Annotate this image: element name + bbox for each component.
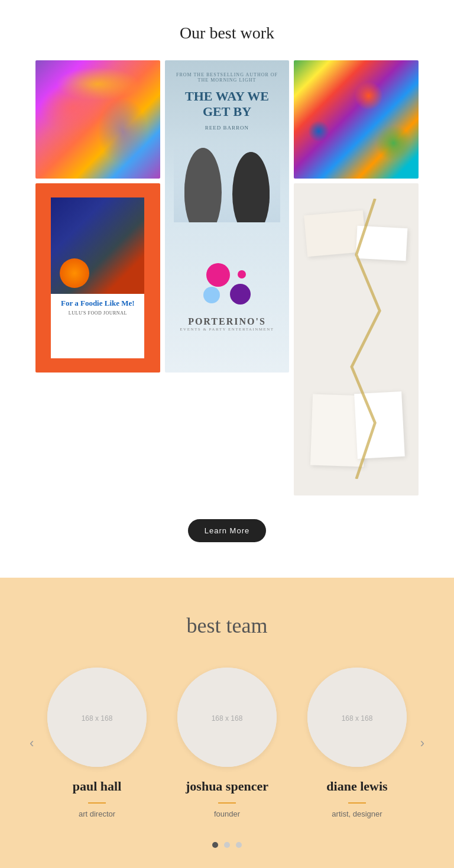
- svg-text:168 x 168: 168 x 168: [82, 714, 113, 723]
- book-people-illustration: [174, 140, 281, 222]
- book-title: THE WAY WE GET BY: [174, 89, 281, 120]
- team-member-joshua-spencer: 168 x 168 joshua spencer founder: [174, 668, 280, 818]
- porterino-sub: EVENTS & PARTY ENTERTAINMENT: [180, 327, 274, 332]
- dot-purple: [230, 284, 251, 305]
- gallery-item-food: For a Foodie Like Me! LULU'S FOOD JOURNA…: [35, 183, 160, 373]
- team-carousel-dots: [18, 842, 436, 848]
- member-role-joshua: founder: [214, 809, 240, 818]
- svg-text:168 x 168: 168 x 168: [212, 714, 243, 723]
- team-member-diane-lewis: 168 x 168 diane lewis artist, designer: [304, 668, 410, 818]
- avatar-placeholder-svg-2: 168 x 168: [177, 668, 277, 767]
- stationery-card-2: [356, 226, 408, 261]
- dot-blue: [203, 287, 220, 303]
- paint-image: [35, 60, 160, 179]
- food-caption-sub: LULU'S FOOD JOURNAL: [56, 310, 140, 316]
- member-name-diane: diane lewis: [326, 779, 387, 794]
- gallery-item-stationery: [294, 183, 419, 495]
- member-name-paul: paul hall: [73, 779, 122, 794]
- gallery-item-art: [294, 60, 419, 179]
- food-caption: For a Foodie Like Me! LULU'S FOOD JOURNA…: [51, 294, 144, 320]
- team-members: 168 x 168 paul hall art director 168 x 1…: [44, 668, 410, 818]
- best-work-title: Our best work: [35, 24, 419, 43]
- stationery-image: [294, 183, 419, 495]
- food-journal-inner: For a Foodie Like Me! LULU'S FOOD JOURNA…: [51, 197, 144, 358]
- book-author: REED BARRON: [205, 125, 249, 131]
- food-photo: [51, 197, 144, 294]
- learn-more-button[interactable]: Learn More: [188, 519, 266, 542]
- gallery-item-paint: [35, 60, 160, 179]
- porterino-name: PORTERINO'S: [188, 316, 266, 327]
- best-team-section: best team ‹ 168 x 168 paul hall art dire…: [0, 578, 454, 868]
- carousel-dot-3[interactable]: [236, 842, 242, 848]
- dot-pink: [206, 263, 230, 287]
- stationery-cards: [300, 199, 413, 480]
- carousel-dot-2[interactable]: [224, 842, 230, 848]
- best-team-title: best team: [18, 613, 436, 638]
- porterino-dots: [203, 263, 251, 310]
- member-avatar-joshua: 168 x 168: [177, 668, 277, 767]
- book-subtitle: FROM THE BESTSELLING AUTHOR OF THE MORNI…: [174, 72, 281, 83]
- team-carousel: ‹ 168 x 168 paul hall art director: [18, 668, 436, 818]
- dot-small: [238, 270, 246, 278]
- carousel-prev-button[interactable]: ‹: [24, 730, 40, 757]
- art-image: [294, 60, 419, 179]
- carousel-dot-1[interactable]: [212, 842, 218, 848]
- book-image: FROM THE BESTSELLING AUTHOR OF THE MORNI…: [165, 60, 290, 373]
- team-member-paul-hall: 168 x 168 paul hall art director: [44, 668, 150, 818]
- avatar-placeholder-svg-3: 168 x 168: [307, 668, 407, 767]
- member-divider-diane: [348, 802, 366, 804]
- member-name-joshua: joshua spencer: [186, 779, 268, 794]
- gallery-grid: FROM THE BESTSELLING AUTHOR OF THE MORNI…: [35, 60, 419, 495]
- svg-text:168 x 168: 168 x 168: [342, 714, 373, 723]
- food-caption-title: For a Foodie Like Me!: [56, 299, 140, 308]
- best-work-section: Our best work FROM THE BESTSELLING AUTHO…: [0, 0, 454, 578]
- member-role-diane: artist, designer: [332, 809, 382, 818]
- carousel-next-button[interactable]: ›: [414, 730, 430, 757]
- avatar-placeholder-svg: 168 x 168: [47, 668, 147, 767]
- gallery-item-book: FROM THE BESTSELLING AUTHOR OF THE MORNI…: [165, 60, 290, 373]
- food-journal-image: For a Foodie Like Me! LULU'S FOOD JOURNA…: [35, 183, 160, 373]
- stationery-card-4: [354, 391, 405, 459]
- member-role-paul: art director: [79, 809, 115, 818]
- porterino-logo-area: PORTERINO'S EVENTS & PARTY ENTERTAINMENT: [174, 222, 281, 373]
- member-divider-joshua: [218, 802, 236, 804]
- member-avatar-paul: 168 x 168: [47, 668, 147, 767]
- member-divider-paul: [88, 802, 106, 804]
- member-avatar-diane: 168 x 168: [307, 668, 407, 767]
